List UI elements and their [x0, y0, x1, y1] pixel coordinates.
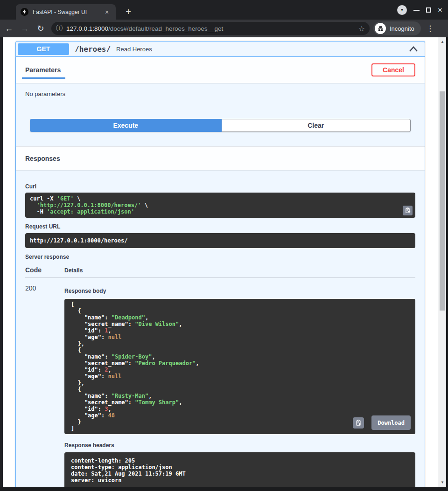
curl-label: Curl	[25, 183, 415, 190]
browser-toolbar: ← → ↻ ⓘ 127.0.0.1:8000/docs#/default/rea…	[0, 20, 448, 37]
window-close-button[interactable]: ×	[438, 7, 442, 13]
status-code: 200	[25, 284, 36, 292]
forward-icon[interactable]: →	[18, 21, 32, 35]
response-body-label: Response body	[64, 288, 415, 294]
parameters-title: Parameters	[25, 66, 61, 74]
request-url-value: http://127.0.0.1:8000/heroes/	[30, 237, 128, 244]
response-body-block: [ { "name": "Deadpond", "secret_name": "…	[64, 299, 415, 434]
download-button[interactable]: Download	[371, 415, 411, 430]
endpoint-summary: Read Heroes	[116, 46, 409, 53]
incognito-icon	[375, 23, 386, 34]
window-bottom-edge	[0, 487, 448, 491]
url-host: 127.0.0.1:8000	[66, 25, 108, 32]
bookmark-star-icon[interactable]: ☆	[358, 24, 365, 33]
copy-response-button[interactable]	[353, 417, 364, 429]
request-url-label: Request URL	[25, 223, 415, 230]
scrollbar-up-icon[interactable]: ▲	[438, 38, 447, 46]
response-row-200: 200 Response body [ { "name": "Deadpond"…	[25, 278, 415, 487]
new-tab-button[interactable]: +	[122, 6, 134, 18]
swagger-page: GET /heroes/ Read Heroes Parameters Canc…	[3, 37, 438, 487]
details-column-header: Details	[64, 267, 415, 274]
reload-icon[interactable]: ↻	[34, 21, 48, 35]
incognito-label: Incognito	[390, 25, 414, 32]
tab-close-icon[interactable]: ×	[103, 8, 111, 16]
browser-menu-icon[interactable]: ⋮	[426, 24, 435, 34]
opblock-get-heroes: GET /heroes/ Read Heroes Parameters Canc…	[15, 41, 425, 487]
scrollbar-down-icon[interactable]: ▼	[438, 479, 447, 486]
responses-body: Curl curl -X 'GET' \ 'http://127.0.0.1:8…	[16, 170, 425, 487]
collapse-chevron-icon[interactable]	[409, 46, 418, 52]
window-controls: ▼ ×	[397, 0, 448, 20]
responses-title: Responses	[25, 155, 60, 162]
response-headers-label: Response headers	[64, 442, 415, 449]
response-body-actions: Download	[353, 415, 411, 430]
fastapi-favicon-icon	[21, 8, 28, 16]
clear-button[interactable]: Clear	[222, 119, 411, 132]
maximize-button[interactable]	[426, 7, 431, 13]
browser-tab[interactable]: FastAPI - Swagger UI ×	[16, 4, 116, 20]
url-path: /docs#/default/read_heroes_heroes__get	[108, 25, 223, 32]
response-headers-block: content-length: 205content-type: applica…	[64, 452, 415, 487]
endpoint-path: /heroes/	[75, 45, 111, 54]
minimize-button[interactable]	[413, 7, 420, 13]
no-parameters-text: No parameters	[25, 90, 415, 97]
window-right-edge	[446, 37, 448, 491]
page-scrollbar[interactable]: ▲ ▼	[438, 37, 446, 487]
code-column-header: Code	[25, 266, 64, 274]
curl-code-block: curl -X 'GET' \ 'http://127.0.0.1:8000/h…	[25, 193, 415, 218]
cancel-button[interactable]: Cancel	[371, 63, 415, 76]
copy-curl-button[interactable]	[403, 206, 413, 215]
execute-button-group: Execute Clear	[30, 119, 411, 132]
browser-tabstrip: FastAPI - Swagger UI × + ▼ ×	[0, 0, 448, 20]
parameters-section-header: Parameters Cancel	[16, 57, 425, 83]
server-response-label: Server response	[25, 254, 415, 260]
request-url-block: http://127.0.0.1:8000/heroes/	[25, 233, 415, 248]
server-response-table: Code Details 200 Response body [ { "name…	[25, 262, 415, 487]
execute-button[interactable]: Execute	[30, 119, 222, 132]
url-text[interactable]: 127.0.0.1:8000/docs#/default/read_heroes…	[66, 25, 355, 32]
scrollbar-thumb[interactable]	[440, 91, 445, 311]
incognito-badge: Incognito	[373, 21, 421, 35]
url-bar[interactable]: ⓘ 127.0.0.1:8000/docs#/default/read_hero…	[51, 22, 370, 35]
method-badge: GET	[18, 43, 69, 55]
tab-search-icon[interactable]: ▼	[397, 5, 407, 15]
page-info-icon[interactable]: ⓘ	[56, 24, 63, 33]
back-icon[interactable]: ←	[2, 21, 16, 35]
responses-section-header: Responses	[16, 146, 425, 170]
response-table-header: Code Details	[25, 262, 415, 278]
tab-title: FastAPI - Swagger UI	[33, 9, 103, 15]
opblock-summary[interactable]: GET /heroes/ Read Heroes	[16, 41, 425, 57]
parameters-body: No parameters	[16, 83, 425, 97]
